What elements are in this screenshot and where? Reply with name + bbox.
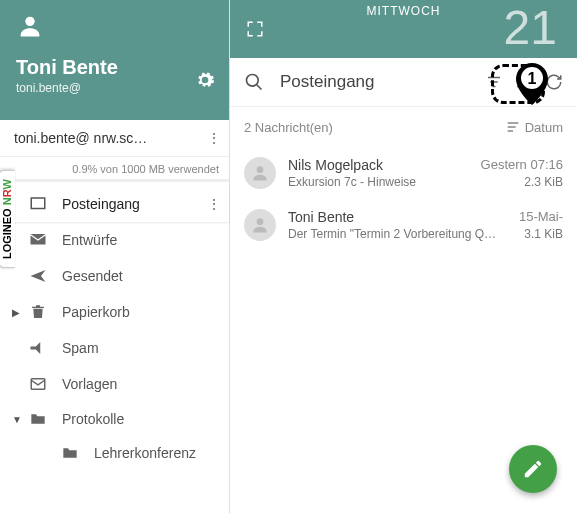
sort-label: Datum <box>525 120 563 135</box>
search-title[interactable]: Posteingang <box>280 72 475 92</box>
account-selector[interactable]: toni.bente@ nrw.sc… ⋮ <box>0 120 229 157</box>
spam-icon <box>26 339 50 357</box>
sort-button[interactable]: Datum <box>505 119 563 135</box>
drafts-icon <box>26 231 50 249</box>
folder-label: Spam <box>62 340 99 356</box>
folder-label: Papierkorb <box>62 304 130 320</box>
folder-label: Entwürfe <box>62 232 117 248</box>
message-sender: Nils Mogelpack <box>288 157 481 173</box>
pencil-icon <box>522 458 544 480</box>
folder-menu-icon[interactable]: ⋮ <box>207 196 221 212</box>
tutorial-callout: 1 <box>491 64 545 104</box>
marker-icon: 1 <box>516 63 548 105</box>
templates-icon <box>26 375 50 393</box>
message-item[interactable]: Toni Bente15-Mai- Der Termin "Termin 2 V… <box>244 199 563 251</box>
folder-spam[interactable]: Spam <box>0 330 229 366</box>
trash-icon <box>26 303 50 321</box>
avatar-icon <box>16 12 44 40</box>
day-label: MITTWOCH <box>367 4 441 18</box>
folder-inbox[interactable]: Posteingang ⋮ <box>0 186 229 222</box>
svg-point-3 <box>247 75 259 87</box>
avatar-icon <box>244 157 276 189</box>
user-email: toni.bente@ <box>16 81 213 95</box>
folder-label: Lehrerkonferenz <box>94 445 196 461</box>
message-date: 15-Mai- <box>519 209 563 225</box>
chevron-down-icon[interactable]: ▼ <box>12 414 26 425</box>
svg-rect-1 <box>31 198 45 209</box>
folder-templates[interactable]: Vorlagen <box>0 366 229 402</box>
message-subject: Exkursion 7c - Hinweise <box>288 175 516 189</box>
account-menu-icon[interactable]: ⋮ <box>207 130 221 146</box>
folder-drafts[interactable]: Entwürfe <box>0 222 229 258</box>
sort-icon <box>505 119 521 135</box>
folder-label: Vorlagen <box>62 376 117 392</box>
folder-label: Posteingang <box>62 196 140 212</box>
message-subject: Der Termin "Termin 2 Vorbereitung Q… <box>288 227 516 241</box>
compose-button[interactable] <box>509 445 557 493</box>
message-date: Gestern 07:16 <box>481 157 563 173</box>
quota-text: 0.9% von 1000 MB verwendet <box>0 157 229 179</box>
folder-label: Protokolle <box>62 411 124 427</box>
message-size: 2.3 KiB <box>524 175 563 189</box>
svg-point-6 <box>257 166 264 173</box>
chevron-right-icon[interactable]: ▶ <box>12 307 26 318</box>
day-number: 21 <box>504 0 557 55</box>
gear-icon[interactable] <box>195 70 215 90</box>
folder-icon <box>26 411 50 427</box>
svg-text:1: 1 <box>528 70 537 87</box>
search-icon[interactable] <box>244 72 264 92</box>
user-name: Toni Bente <box>16 56 213 79</box>
sidetab-text: LOGINEO NRW <box>1 179 13 259</box>
logineo-tab[interactable]: LOGINEO NRW <box>0 170 15 268</box>
folder-trash[interactable]: ▶ Papierkorb <box>0 294 229 330</box>
account-email: toni.bente@ nrw.sc… <box>14 130 147 146</box>
message-size: 3.1 KiB <box>524 227 563 241</box>
avatar-icon <box>244 209 276 241</box>
folder-protocols[interactable]: ▼ Protokolle <box>0 402 229 436</box>
svg-point-0 <box>25 17 34 26</box>
message-count: 2 Nachricht(en) <box>244 120 333 135</box>
folder-teacher-conference[interactable]: Lehrerkonferenz <box>0 436 229 470</box>
inbox-icon <box>26 195 50 213</box>
folder-icon <box>58 445 82 461</box>
fullscreen-icon[interactable] <box>246 20 264 38</box>
folder-sent[interactable]: Gesendet <box>0 258 229 294</box>
message-item[interactable]: Nils MogelpackGestern 07:16 Exkursion 7c… <box>244 147 563 199</box>
svg-point-7 <box>257 218 264 225</box>
folder-label: Gesendet <box>62 268 123 284</box>
sent-icon <box>26 267 50 285</box>
message-sender: Toni Bente <box>288 209 519 225</box>
